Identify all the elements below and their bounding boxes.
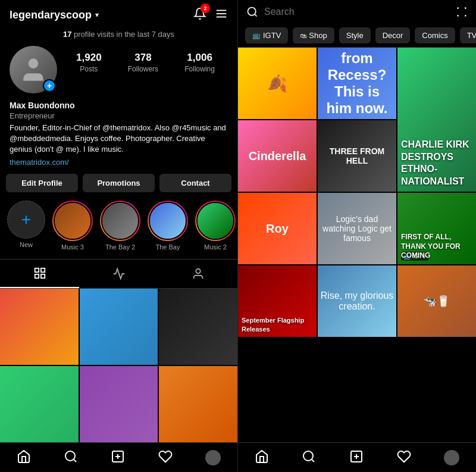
nav-profile[interactable] (205, 450, 221, 465)
story-image (55, 203, 90, 239)
explore-img-8: 📺 IGTV FIRST OF ALL, THANK YOU FOR COMIN… (397, 193, 476, 264)
avatar-container[interactable]: + (10, 46, 57, 93)
heart-icon (158, 449, 173, 464)
svg-rect-4 (35, 268, 38, 271)
cat-tv[interactable]: TV & (460, 27, 476, 43)
story-thebay2-label: The Bay 2 (105, 243, 135, 251)
photo-6 (159, 366, 237, 442)
svg-point-3 (29, 58, 39, 68)
explore-img-1: 🍂 (238, 48, 317, 119)
explore-cell-4[interactable]: Cinderella (238, 120, 317, 192)
followers-label: Followers (128, 65, 158, 73)
cat-decor[interactable]: Decor (375, 27, 411, 43)
right-nav-home[interactable] (255, 449, 269, 466)
story-thebay-label: The Bay (156, 243, 180, 251)
home-icon (17, 449, 31, 464)
bio-name: Max Buondonno (10, 101, 228, 110)
explore-cell-10[interactable]: Rise, my glorious creation. (318, 265, 396, 337)
contact-button[interactable]: Contact (159, 174, 231, 192)
explore-cell-3[interactable]: CHARLIE KIRK DESTROYS ETHNO-NATIONALIST (397, 48, 476, 192)
home-icon (255, 449, 269, 464)
nav-home[interactable] (17, 449, 31, 466)
username-row[interactable]: legendaryscoop ▾ (10, 9, 99, 21)
explore-overlay-3: CHARLIE KIRK DESTROYS ETHNO-NATIONALIST (401, 139, 472, 188)
explore-cell-7[interactable]: Logic's dad watching Logic get famous (318, 193, 396, 264)
story-music3[interactable]: Music 3 (52, 201, 93, 251)
followers-stat[interactable]: 378 Followers (128, 52, 158, 73)
scan-icon[interactable] (456, 6, 468, 18)
story-image (102, 203, 138, 239)
promotions-button[interactable]: Promotions (83, 174, 155, 192)
cat-shop-label: Shop (309, 31, 327, 40)
story-new-label: New (20, 241, 33, 248)
bio-link[interactable]: thematridox.com/ (10, 158, 228, 167)
cat-shop[interactable]: 🛍 Shop (293, 27, 334, 43)
photo-cell-1[interactable] (0, 289, 79, 365)
search-input[interactable] (264, 7, 450, 17)
story-music2[interactable]: Music 2 (195, 201, 236, 251)
nav-search[interactable] (64, 449, 78, 466)
avatar-add-button[interactable]: + (43, 79, 56, 92)
cat-style-label: Style (346, 31, 364, 40)
hamburger-menu[interactable] (215, 7, 228, 23)
right-nav-profile[interactable] (444, 450, 459, 465)
explore-img-5: THREE FROM HELL (318, 120, 396, 192)
explore-grid: 🍂 Remember Randall from Recess? This is … (238, 48, 476, 442)
explore-img-2: Remember Randall from Recess? This is hi… (318, 48, 396, 119)
photo-cell-5[interactable] (80, 366, 158, 442)
photo-cell-4[interactable] (0, 366, 79, 442)
story-thebay[interactable]: The Bay (148, 201, 188, 251)
person-icon (18, 55, 48, 85)
right-nav-heart[interactable] (397, 449, 411, 466)
profile-stats-row: + 1,920 Posts 378 Followers 1,006 Follow… (0, 46, 237, 101)
tab-activity[interactable] (79, 260, 158, 288)
plus-icon: + (21, 210, 31, 229)
following-stat[interactable]: 1,006 Following (184, 52, 215, 73)
explore-cell-8[interactable]: 📺 IGTV FIRST OF ALL, THANK YOU FOR COMIN… (397, 193, 476, 264)
photo-cell-6[interactable] (159, 366, 237, 442)
explore-cell-6[interactable]: Roy (238, 193, 317, 264)
explore-cell-9[interactable]: September Flagship Releases (238, 265, 317, 337)
heart-icon (397, 449, 411, 464)
right-bottom-nav (238, 442, 476, 472)
explore-cell-1[interactable]: 🍂 (238, 48, 317, 119)
story-image (198, 203, 233, 239)
right-nav-search[interactable] (302, 449, 316, 466)
tab-grid[interactable] (0, 260, 79, 288)
nav-heart[interactable] (158, 449, 173, 466)
search-bar-icon (246, 6, 258, 18)
explore-img-6: Roy (238, 193, 317, 264)
explore-cell-2[interactable]: Remember Randall from Recess? This is hi… (318, 48, 396, 119)
search-bar (238, 0, 476, 24)
nav-add[interactable] (111, 449, 125, 466)
notification-count: 2 (201, 4, 210, 13)
story-image (150, 203, 186, 239)
tab-tagged[interactable] (158, 260, 237, 288)
cat-style[interactable]: Style (339, 27, 371, 43)
photo-4 (0, 366, 79, 442)
explore-cell-5[interactable]: THREE FROM HELL (318, 120, 396, 192)
bio-title: Entrepreneur (10, 111, 228, 120)
story-new-circle: + (7, 201, 45, 239)
right-nav-add[interactable] (349, 449, 364, 466)
story-music3-label: Music 3 (61, 243, 84, 251)
photo-cell-3[interactable] (159, 289, 237, 365)
explore-img-7: Logic's dad watching Logic get famous (318, 193, 396, 264)
cat-comics[interactable]: Comics (415, 27, 455, 43)
add-icon (111, 449, 125, 464)
shop-icon: 🛍 (300, 32, 306, 39)
stories-row: + New Music 3 The Bay 2 (0, 201, 237, 259)
notification-bell[interactable]: 2 (193, 7, 206, 23)
story-thebay2[interactable]: The Bay 2 (100, 201, 140, 251)
photo-1 (0, 289, 79, 365)
story-ring (100, 201, 140, 241)
photo-grid (0, 289, 237, 442)
photo-cell-2[interactable] (80, 289, 158, 365)
story-new[interactable]: + New (7, 201, 45, 251)
menu-icon (215, 7, 228, 20)
edit-profile-button[interactable]: Edit Profile (6, 174, 78, 192)
cat-igtv[interactable]: 📺 IGTV (245, 27, 288, 43)
posts-stat[interactable]: 1,920 Posts (76, 52, 102, 73)
explore-cell-11[interactable]: 🐄🥛 (397, 265, 476, 337)
username: legendaryscoop (10, 9, 92, 21)
